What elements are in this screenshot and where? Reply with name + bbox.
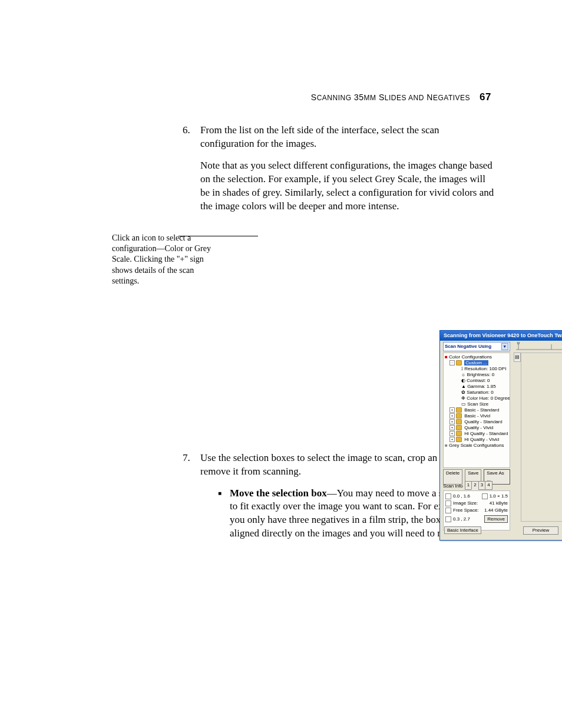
preview-button[interactable]: Preview <box>523 526 558 535</box>
tree-item[interactable]: Basic - Vivid <box>464 413 490 419</box>
tree-item[interactable]: Basic - Standard <box>464 407 499 413</box>
combo-label: Scan Negative Using <box>445 344 491 350</box>
path-icon <box>445 516 451 522</box>
tree-detail: ✿ Saturation: 0 <box>445 390 508 396</box>
step-7-number: 7. <box>183 452 200 541</box>
tree-item[interactable]: Hi Quality - Standard <box>464 431 508 436</box>
tree-item[interactable]: Quality - Standard <box>464 419 502 424</box>
pos-icon <box>445 493 451 499</box>
tree-item[interactable]: Quality - Vivid <box>464 425 493 430</box>
chevron-down-icon[interactable]: ▾ <box>501 343 508 350</box>
window-title: Scanning from Visioneer 9420 to OneTouch… <box>444 332 562 339</box>
tree-grey[interactable]: Grey Scale Configurations <box>449 443 504 448</box>
tree-custom[interactable]: Custom ... <box>464 360 488 365</box>
tree-detail: ☼ Brightness: 0 <box>445 372 508 378</box>
svg-text:0: 0 <box>517 342 520 345</box>
preview-area[interactable]: 1 2 3 4 <box>521 353 562 522</box>
step-6-p2: Note that as you select different config… <box>200 159 495 213</box>
step-6-number: 6. <box>183 124 200 222</box>
scan-using-combo[interactable]: Scan Negative Using ▾ <box>443 342 510 351</box>
strip-icon[interactable]: ▤ <box>514 353 521 362</box>
running-header: SCANNING 35MM SLIDES AND NEGATIVES67 <box>0 91 562 103</box>
size-icon <box>445 500 451 506</box>
tree-detail: ▲ Gamma: 1.85 <box>445 384 508 390</box>
collapse-icon[interactable]: - <box>449 360 455 365</box>
tree-root: Color Configurations <box>449 354 492 360</box>
tree-detail: ❉ Color Hue: 0 Degrees <box>445 396 508 401</box>
tree-detail: ▭ Scan Size <box>445 401 508 407</box>
config-tree[interactable]: ■ Color Configurations - Custom ... ⟟ Re… <box>443 353 510 468</box>
bullet-icon <box>218 487 230 541</box>
dim-icon <box>482 493 488 499</box>
tree-detail: ⟟ Resolution: 100 DPI <box>445 366 508 372</box>
basic-interface-button[interactable]: Basic Interface <box>444 526 481 534</box>
twain-screenshot: Scanning from Visioneer 9420 to OneTouch… <box>439 330 562 541</box>
step-6-p1: From the list on the left side of the in… <box>200 124 495 151</box>
tree-detail: ◐ Contrast: 0 <box>445 378 508 384</box>
ruler-horizontal: 0 1 <box>516 342 562 350</box>
tab-4[interactable]: 4 <box>485 481 492 490</box>
tree-item[interactable]: Hi Quality - Vivid <box>464 437 499 442</box>
scan-info-label: Scan Info <box>443 483 463 490</box>
disk-icon <box>445 508 451 513</box>
expand-icon[interactable]: + <box>449 407 455 413</box>
window-titlebar: Scanning from Visioneer 9420 to OneTouch… <box>440 331 562 341</box>
page-number: 67 <box>480 91 491 103</box>
remove-button[interactable]: Remove <box>484 515 508 523</box>
